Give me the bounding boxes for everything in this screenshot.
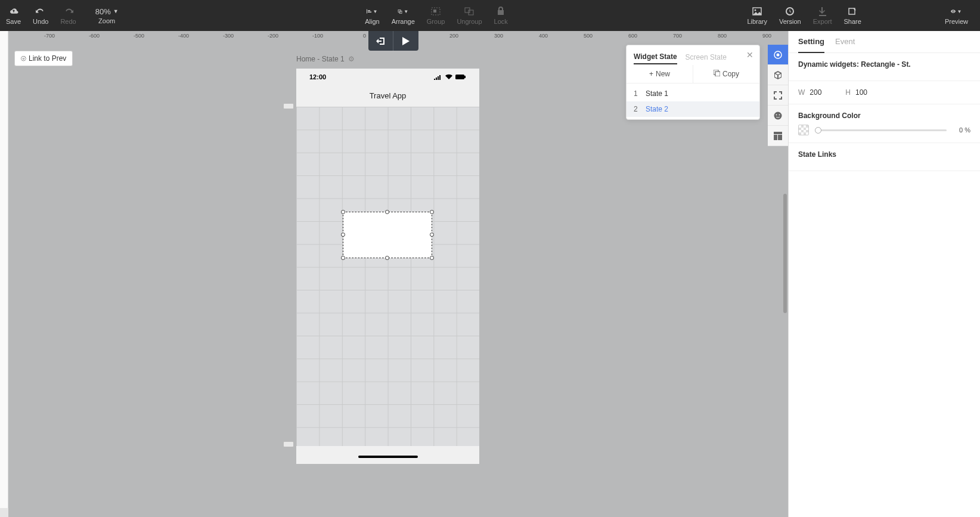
width-input[interactable] [810,88,833,97]
state-list: 1 State 1 2 State 2 [627,83,759,119]
undo-button[interactable]: Undo [27,0,54,31]
device-frame: 12:00 Travel App [296,69,479,464]
device-title: Travel App [296,85,479,105]
eye-icon: ▼ [951,6,962,17]
exit-preview-button[interactable] [368,31,393,51]
w-label: W [798,88,805,97]
zoom-value: 80% [95,7,111,16]
bg-color-swatch[interactable] [798,125,809,135]
breadcrumb: Home - State 1 ⚙ [296,55,355,63]
opacity-slider[interactable] [815,129,947,131]
save-label: Save [6,18,21,25]
tab-setting[interactable]: Setting [798,37,824,53]
svg-rect-12 [715,72,720,76]
library-label: Library [747,18,767,25]
rail-layout-icon[interactable] [768,126,788,146]
resize-handle-ne[interactable] [430,210,434,214]
arrange-button[interactable]: ▼ Arrange [386,0,421,31]
close-icon[interactable]: ✕ [746,50,753,60]
widget-state-popup: Widget State Screen State ✕ +New Copy 1 … [626,45,760,120]
height-field: H [845,88,879,97]
properties-panel: Setting Event Dynamic widgets: Rectangle… [788,31,980,517]
resize-handle-se[interactable] [430,256,434,260]
undo-label: Undo [33,18,48,25]
ungroup-button[interactable]: Ungroup [451,0,488,31]
status-icons [434,74,466,80]
resize-handle-sw[interactable] [341,256,345,260]
widget-title: Dynamic widgets: Rectangle - St. [798,60,970,69]
redo-icon [63,6,74,17]
tab-screen-state[interactable]: Screen State [686,51,727,64]
link-to-prev-badge[interactable]: ⦾ Link to Prev [14,51,73,66]
align-button[interactable]: ▼ Align [359,0,385,31]
svg-point-14 [777,53,780,56]
zoom-button[interactable]: 80%▼ Zoom [82,0,132,31]
device-handle-top[interactable] [283,103,294,109]
tab-widget-state[interactable]: Widget State [634,50,677,64]
share-button[interactable]: Share [838,0,867,31]
resize-handle-nw[interactable] [341,210,345,214]
state-links-label: State Links [798,150,970,159]
library-button[interactable]: Library [741,0,773,31]
device-time: 12:00 [309,73,326,81]
chevron-down-icon: ▼ [113,8,119,14]
resize-handle-w[interactable] [341,233,345,237]
copy-state-button[interactable]: Copy [693,65,759,83]
arrange-label: Arrange [392,18,415,25]
group-icon [430,6,441,17]
ungroup-icon [464,6,475,17]
version-label: Version [779,18,801,25]
link-icon: ⦾ [21,55,26,63]
rail-expand-icon[interactable] [768,85,788,106]
share-icon [847,6,858,17]
gear-icon[interactable]: ⚙ [348,55,355,63]
opacity-value: 0 % [953,126,970,134]
rail-target-icon[interactable] [768,45,788,65]
preview-label: Preview [945,18,968,25]
h-label: H [845,88,851,97]
zoom-label: Zoom [98,17,115,24]
share-label: Share [844,18,861,25]
new-state-button[interactable]: +New [627,65,693,83]
align-label: Align [365,18,379,25]
scrollbar-vertical[interactable] [783,194,787,313]
device-statusbar: 12:00 [296,69,479,85]
redo-button[interactable]: Redo [54,0,82,31]
resize-handle-n[interactable] [385,210,389,214]
align-icon: ▼ [367,6,377,17]
preview-float-bar [368,31,418,51]
undo-icon [35,6,46,17]
svg-rect-19 [774,135,777,140]
svg-point-15 [774,112,782,119]
svg-point-17 [779,114,780,115]
play-button[interactable] [393,31,418,51]
height-input[interactable] [855,88,879,97]
group-label: Group [427,18,445,25]
slider-thumb[interactable] [815,127,821,134]
home-indicator [358,456,418,458]
right-icon-rail [768,45,788,146]
svg-point-16 [776,114,777,115]
svg-point-7 [755,10,756,11]
tab-event[interactable]: Event [835,37,855,52]
selected-rectangle[interactable] [343,212,432,258]
version-button[interactable]: Version [773,0,807,31]
breadcrumb-text: Home - State 1 [296,55,345,63]
lock-button[interactable]: Lock [488,0,514,31]
save-button[interactable]: Save [0,0,27,31]
rail-face-icon[interactable] [768,106,788,126]
export-label: Export [813,18,832,25]
rail-cube-icon[interactable] [768,65,788,85]
copy-icon [714,70,720,78]
left-sidebar-stub [0,31,8,508]
group-button[interactable]: Group [421,0,451,31]
state-row-1[interactable]: 1 State 1 [627,86,759,101]
export-button[interactable]: Export [807,0,838,31]
top-toolbar: Save Undo Redo 80%▼ Zoom ▼ Align ▼ Arran… [0,0,980,31]
redo-label: Redo [60,18,76,25]
device-handle-bottom[interactable] [283,441,294,447]
state-row-2[interactable]: 2 State 2 [627,101,759,117]
resize-handle-e[interactable] [430,233,434,237]
preview-button[interactable]: ▼ Preview [939,0,974,31]
resize-handle-s[interactable] [385,256,389,260]
